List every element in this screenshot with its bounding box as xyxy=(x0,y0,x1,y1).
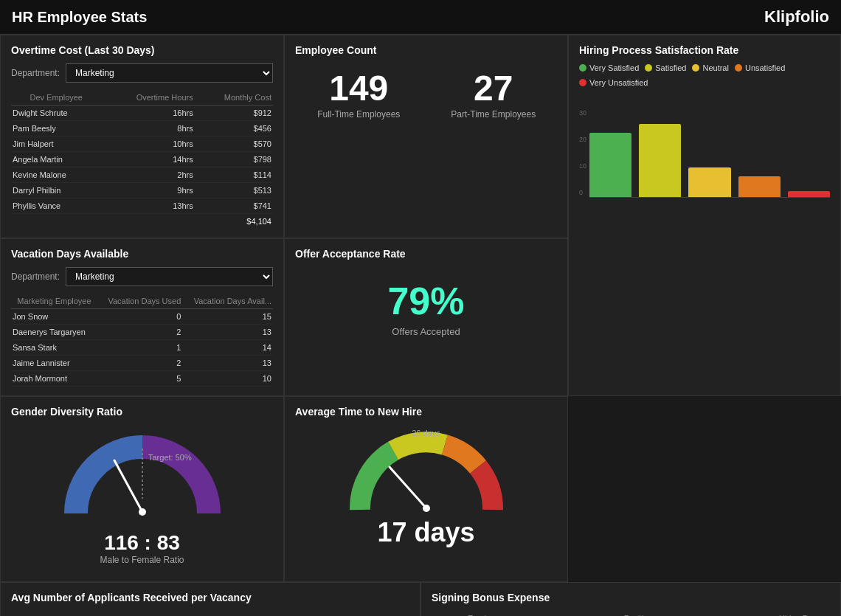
table-row: Daenerys Targaryen213 xyxy=(11,325,273,340)
gender-gauge-svg: Target: 50% xyxy=(61,432,224,528)
table-row: Kevine Malone2hrs$114 xyxy=(11,167,273,183)
sb-col-employee: Employee xyxy=(432,611,540,616)
sb-col-bonus: Hiring Bonus xyxy=(737,611,830,616)
table-row: Sansa Stark114 xyxy=(11,340,273,356)
vac-name: Jaime Lannister xyxy=(11,356,97,371)
vac-used: 5 xyxy=(97,371,182,387)
page-title: HR Employee Stats xyxy=(12,9,147,26)
offer-acceptance-panel: Offer Acceptance Rate 79% Offers Accepte… xyxy=(284,238,568,396)
vac-avail: 13 xyxy=(182,356,273,371)
overtime-title: Overtime Cost (Last 30 Days) xyxy=(11,44,273,56)
offer-label: Offers Accepted xyxy=(295,326,557,337)
ot-cost: $456 xyxy=(195,121,273,136)
hiring-satisfaction-legend: Very SatisfiedSatisfiedNeutralUnsatisfie… xyxy=(579,63,830,87)
vac-avail: 13 xyxy=(182,325,273,340)
vac-used: 1 xyxy=(97,340,182,356)
ot-hours: 2hrs xyxy=(101,167,194,183)
signing-bonus-panel: Signing Bonus Expense Employee Position … xyxy=(420,582,841,616)
vac-name: Daenerys Targaryen xyxy=(11,325,97,340)
ot-hours: 9hrs xyxy=(101,183,194,198)
gender-diversity-title: Gender Diversity Ratio xyxy=(11,406,273,418)
legend-label: Unsatisfied xyxy=(745,63,785,72)
table-row: Jaime Lannister213 xyxy=(11,356,273,371)
vacation-dept-select[interactable]: Marketing xyxy=(66,267,273,286)
ot-total-value: $4,104 xyxy=(195,214,273,229)
ot-hours: 16hrs xyxy=(101,105,194,121)
ot-name: Jim Halpert xyxy=(11,136,101,152)
legend-dot xyxy=(735,64,742,72)
hiring-satisfaction-title: Hiring Process Satisfaction Rate xyxy=(579,44,830,56)
ot-total-label xyxy=(11,214,195,229)
ot-col-cost: Monthly Cost xyxy=(195,90,273,105)
overtime-panel: Overtime Cost (Last 30 Days) Department:… xyxy=(0,35,284,238)
right-bottom-stack: Signing Bonus Expense Employee Position … xyxy=(420,582,841,616)
ot-name: Kevine Malone xyxy=(11,167,101,183)
bar-neutral xyxy=(688,167,730,197)
header: HR Employee Stats Klipfolio xyxy=(0,0,841,35)
vac-avail: 14 xyxy=(182,340,273,356)
legend-item: Neutral xyxy=(692,63,728,72)
bottom-grid: Avg Number of Applicants Received per Va… xyxy=(0,582,841,616)
svg-point-5 xyxy=(423,505,430,512)
legend-dot xyxy=(579,79,586,86)
legend-item: Satisfied xyxy=(645,63,686,72)
vac-col-used: Vacation Days Used xyxy=(97,294,182,309)
ot-hours: 14hrs xyxy=(101,152,194,167)
ot-cost: $114 xyxy=(195,167,273,183)
table-row: Phyllis Vance13hrs$741 xyxy=(11,198,273,214)
main-grid: Overtime Cost (Last 30 Days) Department:… xyxy=(0,35,841,582)
legend-item: Very Unsatisfied xyxy=(579,78,648,87)
legend-item: Very Satisfied xyxy=(579,63,639,72)
legend-label: Very Satisfied xyxy=(589,63,639,72)
gender-ratio: 116 : 83 xyxy=(104,531,180,555)
legend-dot xyxy=(645,64,652,72)
bar-satisfied xyxy=(639,124,681,197)
part-time-number: 27 xyxy=(430,71,558,106)
hire-gauge-svg xyxy=(345,429,508,525)
gender-ratio-label: Male to Female Ratio xyxy=(100,555,184,565)
ot-name: Darryl Philbin xyxy=(11,183,101,198)
bar-very-unsatisfied xyxy=(788,191,830,197)
overtime-dept-row: Department: Marketing xyxy=(11,63,273,83)
ot-hours: 8hrs xyxy=(101,121,194,136)
part-time-label: Part-Time Employees xyxy=(430,109,558,120)
table-row: Pam Beesly8hrs$456 xyxy=(11,121,273,136)
vacation-dept-label: Department: xyxy=(11,271,60,282)
hiring-satisfaction-panel: Hiring Process Satisfaction Rate Very Sa… xyxy=(568,35,841,396)
vac-col-employee: Marketing Employee xyxy=(11,294,97,309)
y-label-10: 10 xyxy=(579,162,586,170)
part-time-block: 27 Part-Time Employees xyxy=(430,71,558,120)
offer-pct-value: 79% xyxy=(295,282,557,320)
legend-dot xyxy=(692,64,699,72)
hire-26-days: 26 days xyxy=(412,429,440,437)
signing-bonus-title: Signing Bonus Expense xyxy=(432,592,830,603)
vacation-panel: Vacation Days Available Department: Mark… xyxy=(0,238,284,396)
vacation-dept-row: Department: Marketing xyxy=(11,267,273,286)
avg-applicants-panel: Avg Number of Applicants Received per Va… xyxy=(0,582,420,616)
ot-cost: $513 xyxy=(195,183,273,198)
vac-used: 2 xyxy=(97,356,182,371)
vac-used: 0 xyxy=(97,309,182,325)
ot-cost: $570 xyxy=(195,136,273,152)
gender-gauge: Target: 50% 116 : 83 Male to Female Rati… xyxy=(11,425,273,572)
employee-count-panel: Employee Count 149 Full-Time Employees 2… xyxy=(284,35,568,238)
vacation-table: Marketing Employee Vacation Days Used Va… xyxy=(11,294,273,387)
legend-label: Neutral xyxy=(702,63,728,72)
legend-dot xyxy=(579,64,586,72)
ot-cost: $912 xyxy=(195,105,273,121)
svg-text:Target: 50%: Target: 50% xyxy=(148,453,192,462)
vac-name: Sansa Stark xyxy=(11,340,97,356)
offer-rate-display: 79% Offers Accepted xyxy=(295,267,557,345)
svg-line-1 xyxy=(114,460,142,512)
overtime-dept-select[interactable]: Marketing xyxy=(66,63,273,83)
bar-unsatisfied xyxy=(738,176,781,197)
overtime-table: Dev Employee Overtime Hours Monthly Cost… xyxy=(11,90,273,229)
ot-cost: $798 xyxy=(195,152,273,167)
avg-applicants-title: Avg Number of Applicants Received per Va… xyxy=(11,592,409,603)
vac-avail: 10 xyxy=(182,371,273,387)
ot-name: Pam Beesly xyxy=(11,121,101,136)
ot-col-employee: Dev Employee xyxy=(11,90,101,105)
legend-item: Unsatisfied xyxy=(735,63,785,72)
y-label-0: 0 xyxy=(579,189,586,196)
vac-name: Jon Snow xyxy=(11,309,97,325)
